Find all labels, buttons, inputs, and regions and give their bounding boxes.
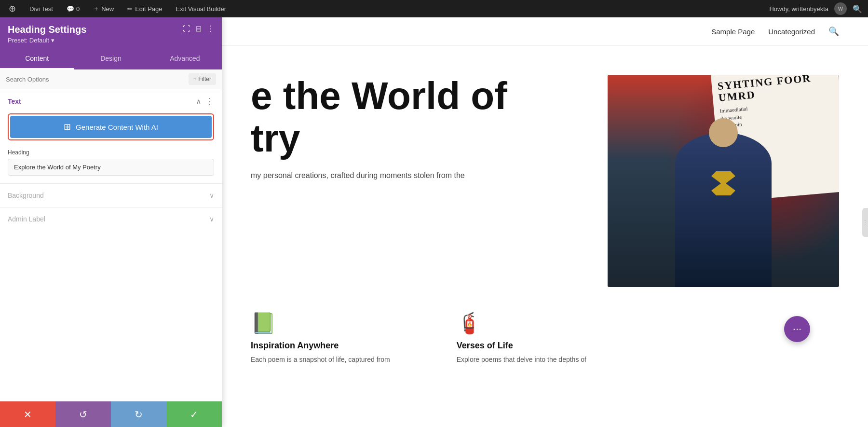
floating-action-button[interactable]: ··· <box>784 316 810 342</box>
collapse-text-icon[interactable]: ∧ <box>196 97 202 106</box>
background-section: Background ∨ <box>0 183 222 207</box>
site-nav: Sample Page Uncategorized 🔍 <box>222 17 868 46</box>
settings-panel: Heading Settings Preset: Default ▾ ⛶ ⊟ ⋮… <box>0 17 222 427</box>
admin-label-chevron-icon: ∨ <box>209 215 214 223</box>
background-title: Background <box>8 192 44 199</box>
panel-body: Text ∧ ⋮ ⊞ Generate Content With AI Head… <box>0 89 222 401</box>
new-label: New <box>101 5 114 13</box>
search-input[interactable] <box>6 74 185 85</box>
fullscreen-icon[interactable]: ⛶ <box>183 25 190 33</box>
tab-content[interactable]: Content <box>0 49 74 69</box>
comments-link[interactable]: 💬 0 <box>64 0 82 17</box>
more-options-icon[interactable]: ⋮ <box>206 24 214 33</box>
nav-sample-page[interactable]: Sample Page <box>711 28 755 36</box>
fire-extinguisher-icon: 🧯 <box>457 311 634 335</box>
card-inspiration-text: Each poem is a snapshot of life, capture… <box>251 355 428 365</box>
exit-label: Exit Visual Builder <box>176 5 227 13</box>
plus-icon: ＋ <box>93 4 99 13</box>
panel-header: Heading Settings Preset: Default ▾ ⛶ ⊟ ⋮ <box>0 17 222 49</box>
text-section-header[interactable]: Text ∧ ⋮ <box>0 89 222 111</box>
admin-label-header[interactable]: Admin Label ∨ <box>0 207 222 231</box>
heading-field-label: Heading <box>8 149 214 156</box>
undo-button[interactable]: ↺ <box>55 401 111 427</box>
admin-bar-right: Howdy, writtenbyekta W 🔍 <box>769 2 862 15</box>
pencil-icon: ✏ <box>127 5 133 13</box>
site-name-label: Divi Test <box>29 5 53 13</box>
admin-label-title: Admin Label <box>8 215 45 223</box>
search-filter-row: + Filter <box>0 69 222 89</box>
edit-page-label: Edit Page <box>135 5 162 13</box>
new-button[interactable]: ＋ New <box>90 0 117 17</box>
hero-description: my personal creations, crafted during mo… <box>251 169 588 182</box>
redo-button[interactable]: ↻ <box>111 401 166 427</box>
tab-design[interactable]: Design <box>74 49 148 69</box>
text-section-more-icon[interactable]: ⋮ <box>205 96 214 107</box>
cancel-button[interactable]: ✕ <box>0 401 55 427</box>
generate-ai-button[interactable]: ⊞ Generate Content With AI <box>10 116 212 138</box>
admin-label-section: Admin Label ∨ <box>0 207 222 231</box>
nav-search-icon[interactable]: 🔍 <box>828 26 839 37</box>
comment-count: 0 <box>76 5 80 13</box>
exit-builder-link[interactable]: Exit Visual Builder <box>173 0 230 17</box>
panel-tabs: Content Design Advanced <box>0 49 222 69</box>
wordpress-icon: ⊕ <box>9 3 16 14</box>
hero-section: e the World of try my personal creations… <box>222 46 868 302</box>
ai-icon: ⊞ <box>64 122 71 132</box>
save-button[interactable]: ✓ <box>166 401 222 427</box>
card-inspiration-title: Inspiration Anywhere <box>251 341 428 351</box>
heading-field-group: Heading <box>0 146 222 183</box>
hero-image: SYHTING FOOR UMRD Immaediatial tho wniit… <box>608 75 839 287</box>
hero-figure <box>675 133 772 287</box>
main-layout: Heading Settings Preset: Default ▾ ⛶ ⊟ ⋮… <box>0 17 868 427</box>
filter-button[interactable]: + Filter <box>189 73 216 85</box>
panel-title: Heading Settings <box>8 24 86 35</box>
card-verses-text: Explore poems that delve into the depths… <box>457 355 634 365</box>
ai-button-outline: ⊞ Generate Content With AI <box>8 113 214 140</box>
book-icon: 📗 <box>251 311 428 335</box>
nav-uncategorized[interactable]: Uncategorized <box>768 28 815 36</box>
site-name-link[interactable]: Divi Test <box>27 0 56 17</box>
admin-search-icon[interactable]: 🔍 <box>853 4 862 14</box>
background-section-header[interactable]: Background ∨ <box>0 184 222 207</box>
comment-icon: 💬 <box>67 5 74 13</box>
chevron-down-icon: ▾ <box>51 37 54 44</box>
user-greeting: Howdy, writtenbyekta <box>769 5 828 13</box>
heading-input[interactable] <box>8 159 214 176</box>
avatar[interactable]: W <box>834 2 847 15</box>
cards-section: 📗 Inspiration Anywhere Each poem is a sn… <box>222 302 868 379</box>
preset-selector[interactable]: Preset: Default ▾ <box>8 37 86 44</box>
ai-button-wrapper: ⊞ Generate Content With AI <box>0 111 222 146</box>
resize-handle[interactable]: ⋮ <box>862 208 868 237</box>
tab-advanced[interactable]: Advanced <box>148 49 222 69</box>
action-bar: ✕ ↺ ↻ ✓ <box>0 401 222 427</box>
website-content: Sample Page Uncategorized 🔍 e the World … <box>222 17 868 427</box>
card-verses-title: Verses of Life <box>457 341 634 351</box>
edit-page-link[interactable]: ✏ Edit Page <box>124 0 165 17</box>
card-verses: 🧯 Verses of Life Explore poems that delv… <box>457 311 634 365</box>
hero-title: e the World of try <box>251 75 588 160</box>
newspaper-subtitle: Immaediatial tho wniite frstratioin <box>719 97 837 130</box>
columns-icon[interactable]: ⊟ <box>195 24 202 33</box>
admin-bar: ⊕ Divi Test 💬 0 ＋ New ✏ Edit Page Exit V… <box>0 0 868 17</box>
background-chevron-icon: ∨ <box>209 192 214 199</box>
wp-logo-link[interactable]: ⊕ <box>6 0 19 17</box>
hero-text: e the World of try my personal creations… <box>251 75 588 182</box>
card-inspiration: 📗 Inspiration Anywhere Each poem is a sn… <box>251 311 428 365</box>
text-section-title: Text <box>8 97 21 105</box>
